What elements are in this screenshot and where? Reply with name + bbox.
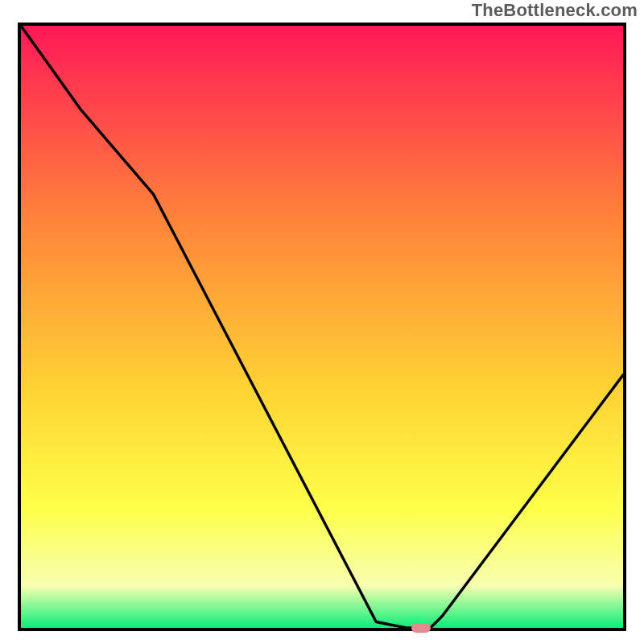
- watermark-text: TheBottleneck.com: [472, 0, 638, 21]
- plot-area: [18, 23, 626, 631]
- plot-svg: [21, 26, 623, 628]
- optimal-marker: [411, 623, 431, 633]
- chart-frame: TheBottleneck.com: [0, 0, 644, 644]
- gradient-background: [21, 26, 623, 628]
